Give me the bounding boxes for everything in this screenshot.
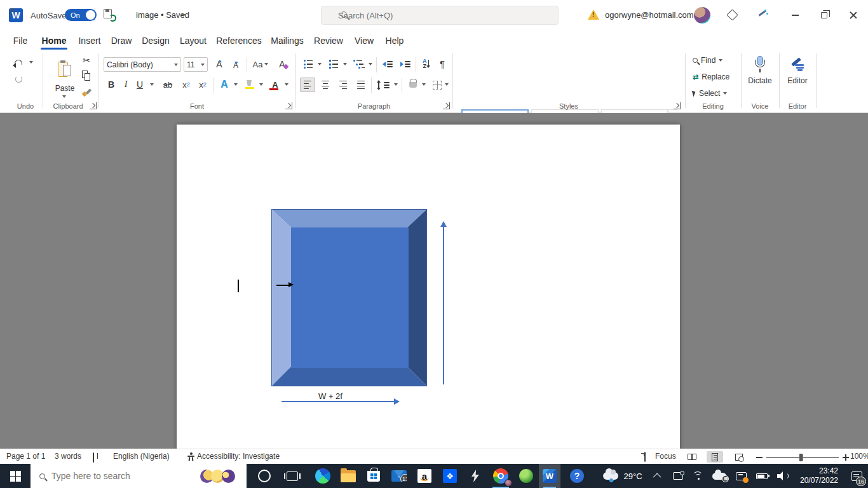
taskbar-file-explorer[interactable] [336, 464, 361, 488]
zoom-level[interactable]: 100% [850, 452, 868, 461]
suggested-actions-icon[interactable] [756, 10, 768, 21]
web-layout-button[interactable] [731, 451, 747, 463]
increase-indent-button[interactable] [398, 57, 413, 71]
bevel-shape[interactable] [271, 209, 427, 386]
tab-insert[interactable]: Insert [76, 32, 103, 49]
subscript-button[interactable]: x2 [179, 78, 193, 92]
tab-references[interactable]: References [216, 32, 262, 49]
tray-battery[interactable] [752, 464, 771, 488]
dimension-label[interactable]: W + 2f [302, 391, 359, 401]
zoom-slider-thumb[interactable] [799, 454, 803, 461]
align-right-button[interactable] [336, 78, 351, 92]
highlight-color-button[interactable] [243, 78, 257, 92]
taskbar-store[interactable] [361, 464, 386, 488]
tab-view[interactable]: View [353, 32, 375, 49]
action-center-button[interactable]: 16 [845, 464, 868, 488]
taskbar-search[interactable] [31, 464, 247, 488]
bold-button[interactable]: B [105, 78, 118, 92]
close-button[interactable] [839, 0, 868, 30]
bullets-button[interactable] [301, 57, 315, 71]
paste-button[interactable] [51, 55, 79, 84]
shading-button[interactable] [405, 78, 421, 92]
editor-label[interactable]: Editor [780, 76, 815, 85]
warning-icon[interactable] [588, 10, 599, 20]
search-input[interactable] [338, 11, 529, 20]
taskbar-app-green[interactable] [513, 464, 539, 488]
align-center-button[interactable] [318, 78, 333, 92]
shading-dropdown-icon[interactable] [422, 83, 426, 86]
dictate-label[interactable]: Dictate [742, 76, 778, 85]
tray-onedrive[interactable] [709, 464, 729, 488]
borders-button[interactable] [430, 78, 445, 92]
minimize-button[interactable] [780, 0, 810, 30]
tab-help[interactable]: Help [384, 32, 405, 49]
font-name-combo[interactable]: Calibri (Body) [104, 57, 181, 72]
align-left-button[interactable] [300, 78, 315, 92]
italic-button[interactable]: I [120, 78, 132, 92]
editor-button[interactable] [788, 55, 807, 74]
taskbar-dropbox[interactable]: ❖ [437, 464, 463, 488]
tab-review[interactable]: Review [314, 32, 343, 49]
multilevel-list-button[interactable] [352, 57, 366, 71]
tray-expand-button[interactable] [649, 464, 666, 488]
tab-layout[interactable]: Layout [179, 32, 207, 49]
paste-label[interactable]: Paste [51, 84, 79, 93]
paragraph-dialog-launcher[interactable] [443, 102, 450, 109]
dictate-button[interactable] [747, 55, 773, 74]
tray-clock[interactable]: 23:42 20/07/2022 [794, 464, 844, 488]
coming-soon-gem-icon[interactable] [726, 9, 738, 20]
grow-font-button[interactable]: A [212, 57, 227, 71]
tray-display[interactable] [731, 464, 751, 488]
proofing-icon[interactable] [93, 452, 94, 463]
word-app-icon[interactable]: W [9, 8, 23, 22]
justify-button[interactable] [353, 78, 369, 92]
line-spacing-button[interactable] [375, 79, 393, 92]
page-indicator[interactable]: Page 1 of 1 [6, 452, 45, 461]
underline-dropdown-icon[interactable] [150, 83, 154, 86]
tab-mailings[interactable]: Mailings [271, 32, 304, 49]
shrink-font-button[interactable]: A [228, 58, 243, 72]
numbering-button[interactable] [327, 57, 341, 71]
tab-design[interactable]: Design [141, 32, 170, 49]
format-painter-button[interactable] [80, 85, 93, 97]
taskbar-mail[interactable]: 13 [386, 464, 412, 488]
taskbar-help[interactable]: ? [564, 464, 590, 488]
horizontal-dimension-arrow[interactable] [281, 401, 395, 402]
borders-dropdown-icon[interactable] [445, 83, 449, 86]
select-button[interactable]: Select [693, 89, 727, 98]
taskbar-search-input[interactable] [51, 471, 179, 481]
font-color-button[interactable]: A [268, 78, 282, 92]
tab-home[interactable]: Home [39, 32, 69, 49]
decrease-indent-button[interactable] [380, 57, 395, 71]
highlight-dropdown-icon[interactable] [259, 83, 263, 86]
title-dropdown-icon[interactable] [182, 14, 186, 17]
taskbar-word[interactable]: W [539, 464, 560, 488]
show-formatting-button[interactable]: ¶ [436, 56, 449, 71]
read-mode-button[interactable] [684, 451, 700, 463]
account-avatar[interactable] [694, 7, 710, 24]
font-size-combo[interactable]: 11 [184, 57, 208, 72]
vertical-dimension-arrow[interactable] [443, 226, 444, 384]
numbering-dropdown-icon[interactable] [343, 63, 347, 65]
sort-button[interactable]: AZ [418, 56, 433, 71]
paste-dropdown-icon[interactable] [62, 95, 66, 98]
taskbar-edge[interactable] [310, 464, 336, 488]
ribbon-search-box[interactable] [321, 6, 559, 25]
save-sync-icon[interactable] [104, 9, 115, 20]
accessibility-status[interactable]: Accessibility: Investigate [197, 452, 280, 461]
autosave-toggle[interactable]: On [65, 9, 97, 21]
bullets-dropdown-icon[interactable] [318, 63, 322, 65]
underline-button[interactable]: U [134, 78, 146, 92]
weather-widget[interactable]: 29°C [599, 464, 647, 488]
cut-button[interactable]: ✂ [80, 55, 93, 66]
tab-draw[interactable]: Draw [109, 32, 133, 49]
task-view-button[interactable] [280, 464, 305, 488]
line-spacing-dropdown-icon[interactable] [394, 83, 398, 86]
change-case-button[interactable]: Aa [250, 57, 271, 71]
zoom-in-button[interactable] [843, 454, 849, 461]
undo-dropdown-icon[interactable] [29, 61, 33, 64]
tray-tablet[interactable] [668, 464, 688, 488]
restore-button[interactable] [810, 0, 839, 30]
styles-dialog-launcher[interactable] [674, 102, 681, 109]
find-button[interactable]: Find [693, 56, 722, 65]
